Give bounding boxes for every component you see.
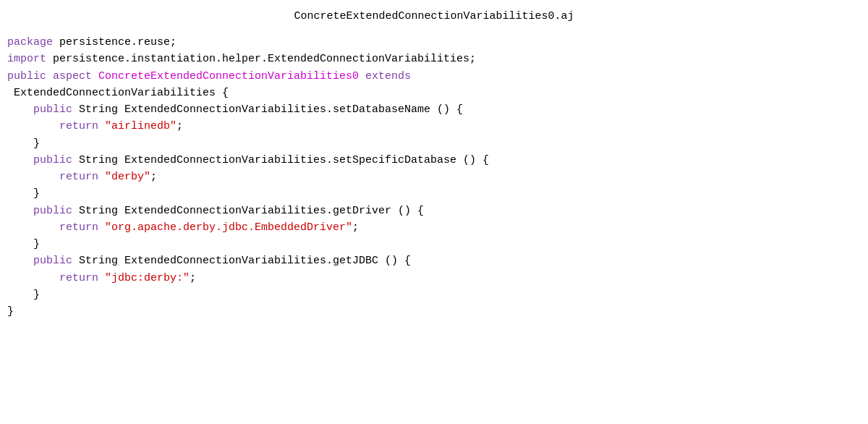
- brace-close-2: }: [33, 187, 40, 200]
- keyword-public-4: public: [33, 255, 79, 267]
- brace-close-class: }: [7, 305, 14, 318]
- line-return2: return "derby";: [7, 169, 868, 185]
- keyword-public-1: public: [33, 103, 79, 116]
- line-return1: return "airlinedb";: [7, 118, 868, 135]
- keyword-import: import: [7, 53, 53, 65]
- line-method2: public String ExtendedConnectionVariabil…: [7, 152, 868, 169]
- string-airlinedb: "airlinedb": [105, 120, 176, 132]
- keyword-return-2: return: [59, 171, 105, 183]
- line-return4: return "jdbc:derby:";: [7, 270, 868, 287]
- semicolon-1: ;: [176, 120, 183, 132]
- classname-concrete: ConcreteExtendedConnectionVariabilities0: [98, 70, 365, 82]
- string-embeddeddriver: "org.apache.derby.jdbc.EmbeddedDriver": [105, 221, 352, 234]
- line-aspect: public aspect ConcreteExtendedConnection…: [7, 68, 868, 85]
- line-method1: public String ExtendedConnectionVariabil…: [7, 101, 868, 118]
- line-close-class: }: [7, 303, 868, 320]
- brace-close-3: }: [33, 238, 40, 250]
- code-container: ConcreteExtendedConnectionVariabilities0…: [0, 0, 868, 424]
- semicolon-2: ;: [150, 171, 157, 183]
- line-close4: }: [7, 287, 868, 303]
- line-package: package persistence.reuse;: [7, 34, 868, 51]
- code-body: package persistence.reuse; import persis…: [0, 34, 868, 320]
- string-derby: "derby": [105, 171, 150, 183]
- line-import: import persistence.instantiation.helper.…: [7, 51, 868, 67]
- keyword-return-1: return: [59, 120, 105, 132]
- text-method2: String ExtendedConnectionVariabilities.s…: [79, 154, 489, 166]
- keyword-return-3: return: [59, 221, 105, 234]
- semicolon-3: ;: [352, 221, 359, 234]
- brace-close-4: }: [33, 289, 40, 301]
- line-close2: }: [7, 185, 868, 202]
- keyword-public-aspect: public aspect: [7, 70, 98, 82]
- text-method4: String ExtendedConnectionVariabilities.g…: [79, 255, 411, 267]
- brace-close-1: }: [33, 137, 40, 150]
- text-extends-body: ExtendedConnectionVariabilities {: [7, 87, 229, 99]
- keyword-public-2: public: [33, 154, 79, 166]
- line-method4: public String ExtendedConnectionVariabil…: [7, 253, 868, 269]
- line-return3: return "org.apache.derby.jdbc.EmbeddedDr…: [7, 219, 868, 236]
- line-close3: }: [7, 236, 868, 253]
- keyword-extends: extends: [365, 70, 411, 82]
- line-extends-body: ExtendedConnectionVariabilities {: [7, 85, 868, 101]
- line-method3: public String ExtendedConnectionVariabil…: [7, 203, 868, 219]
- string-jdbc: "jdbc:derby:": [105, 272, 190, 284]
- keyword-package: package: [7, 36, 59, 48]
- keyword-public-3: public: [33, 205, 79, 217]
- keyword-return-4: return: [59, 272, 105, 284]
- text-import: persistence.instantiation.helper.Extende…: [53, 53, 476, 65]
- text-package: persistence.reuse;: [59, 36, 176, 48]
- text-method1: String ExtendedConnectionVariabilities.s…: [79, 103, 463, 116]
- text-method3: String ExtendedConnectionVariabilities.g…: [79, 205, 424, 217]
- line-close1: }: [7, 135, 868, 152]
- semicolon-4: ;: [190, 272, 196, 284]
- file-title: ConcreteExtendedConnectionVariabilities0…: [0, 7, 868, 25]
